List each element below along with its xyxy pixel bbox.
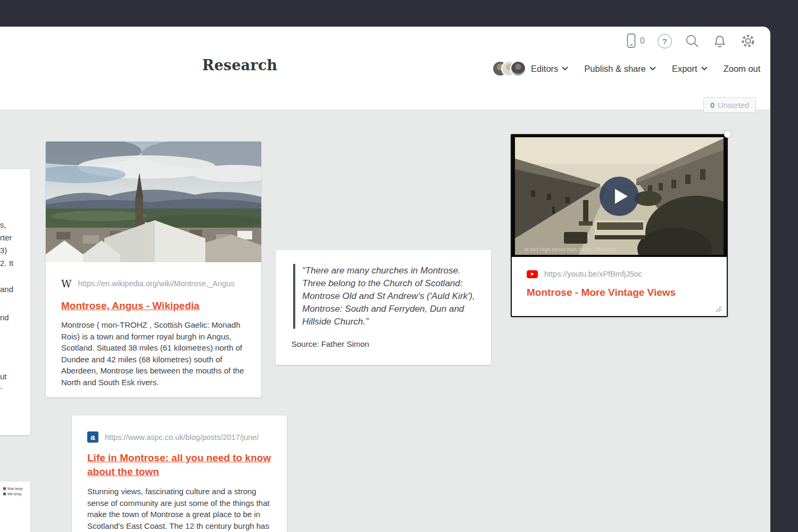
search-button[interactable] [685, 34, 700, 48]
legend-swatch-icon [3, 493, 6, 495]
aspc-card-description: Stunning views, fascinating culture and … [87, 486, 271, 532]
youtube-thumbnail: M 643 High Street from South, Montrose [512, 135, 727, 257]
text-fragment: nd [0, 313, 9, 322]
gear-icon [740, 33, 756, 49]
publish-share-label: Publish & share [584, 64, 646, 74]
play-button[interactable] [600, 177, 639, 216]
youtube-url[interactable]: https://youtu.be/xPfBmfjJ5oc [544, 270, 642, 278]
chevron-down-icon [701, 66, 708, 71]
device-count: 0 [640, 36, 645, 46]
youtube-video-card[interactable]: M 643 High Street from South, Montrose h… [511, 134, 728, 317]
help-button[interactable]: ? [658, 34, 672, 48]
wikipedia-icon: W [61, 278, 72, 289]
header-toolbar: Editors Publish & share Export Zoom out [492, 60, 760, 78]
chevron-down-icon [650, 66, 656, 71]
settings-button[interactable] [740, 33, 756, 49]
export-label: Export [672, 64, 697, 74]
youtube-url-row: https://youtu.be/xPfBmfjJ5oc [527, 270, 712, 278]
text-fragment: . [0, 381, 2, 390]
wikipedia-link-card[interactable]: W https://en.wikipedia.org/wiki/Montrose… [46, 142, 261, 397]
partial-chart-card[interactable]: Max temp Min temp [0, 481, 30, 532]
wikipedia-card-body: W https://en.wikipedia.org/wiki/Montrose… [46, 262, 261, 388]
wikipedia-card-description: Montrose ( mon-TROHZ , Scottish Gaelic: … [61, 319, 246, 388]
selection-handle[interactable] [724, 131, 731, 138]
chevron-down-icon [562, 66, 568, 71]
notifications-button[interactable] [712, 34, 727, 49]
editors-label: Editors [531, 64, 558, 74]
search-icon [685, 34, 700, 48]
quote-card[interactable]: “There are many churches in Montrose. Th… [276, 250, 491, 365]
aspc-card-body: a https://www.aspc.co.uk/blog/posts/2017… [72, 415, 287, 532]
text-fragment: 3) [0, 246, 7, 255]
resize-handle-icon[interactable] [714, 305, 722, 313]
quote-text: “There are many churches in Montrose. Th… [302, 264, 479, 328]
bell-icon [712, 34, 727, 49]
text-fragment: 2. It [0, 259, 13, 268]
youtube-icon [527, 270, 538, 278]
milanote-board-page: Research 0 ? [0, 0, 798, 532]
legend-item-min-temp: Min temp [3, 492, 23, 496]
quote-card-body: “There are many churches in Montrose. Th… [276, 250, 491, 348]
aspc-favicon-icon: a [87, 431, 98, 443]
youtube-card-body: https://youtu.be/xPfBmfjJ5oc Montrose - … [512, 257, 727, 316]
zoom-out-button[interactable]: Zoom out [724, 64, 761, 74]
text-fragment: s, [0, 220, 6, 229]
legend-item-max-temp: Max temp [3, 487, 23, 491]
aspc-url-row: a https://www.aspc.co.uk/blog/posts/2017… [87, 431, 271, 443]
publish-share-dropdown[interactable]: Publish & share [584, 64, 656, 74]
avatar [510, 61, 526, 77]
thumbnail-caption: M 643 High Street from South, Montrose [525, 247, 616, 252]
header-icon-row: 0 ? [626, 32, 756, 50]
mobile-device-button[interactable]: 0 [626, 33, 645, 49]
export-dropdown[interactable]: Export [672, 64, 708, 74]
text-fragment: rter [0, 233, 12, 242]
wikipedia-url-row: W https://en.wikipedia.org/wiki/Montrose… [61, 278, 246, 289]
aspc-link-card[interactable]: a https://www.aspc.co.uk/blog/posts/2017… [72, 415, 287, 532]
play-icon [615, 189, 628, 204]
aspc-url[interactable]: https://www.aspc.co.uk/blog/posts/2017/j… [105, 433, 259, 442]
youtube-card-title-link[interactable]: Montrose - More Vintage Views [527, 286, 676, 300]
quote-bar [293, 264, 295, 329]
chart-legend: Max temp Min temp [3, 487, 23, 496]
mobile-device-icon [626, 33, 637, 49]
page-title: Research [202, 57, 277, 73]
text-fragment: ut [0, 372, 7, 381]
editor-avatars [492, 61, 526, 77]
zoom-out-label: Zoom out [724, 64, 761, 74]
wikipedia-url[interactable]: https://en.wikipedia.org/wiki/Montrose,_… [78, 279, 246, 288]
unsorted-count: 0 [710, 101, 714, 110]
quote-source: Source: Father Simon [292, 339, 475, 348]
unsorted-badge[interactable]: 0 Unsorted [703, 97, 756, 113]
legend-swatch-icon [3, 487, 6, 490]
unsorted-label: Unsorted [718, 101, 749, 110]
partial-text-card[interactable]: s, rter 3) 2. It and nd ut . [0, 169, 30, 435]
aspc-card-title-link[interactable]: Life in Montrose: all you need to know a… [87, 451, 277, 479]
wikipedia-thumbnail-image [46, 142, 261, 262]
text-fragment: and [0, 285, 13, 294]
help-icon: ? [658, 34, 672, 48]
editors-dropdown[interactable]: Editors [492, 61, 568, 77]
wikipedia-card-title-link[interactable]: Montrose, Angus - Wikipedia [61, 299, 200, 313]
